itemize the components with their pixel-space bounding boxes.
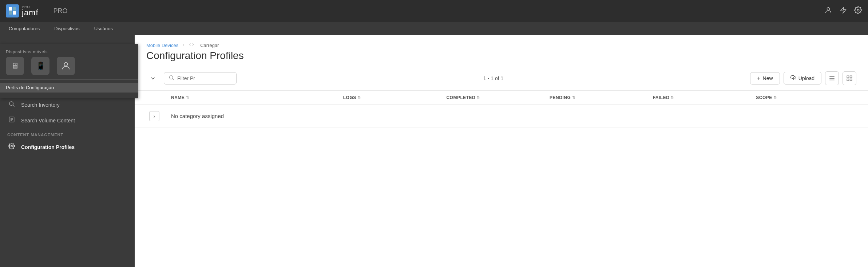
toolbar-right: + New Upload: [750, 71, 856, 85]
search-inventory-label: Search Inventory: [21, 102, 60, 108]
search-volume-label: Search Volume Content: [21, 118, 75, 123]
dropdown-users-icon[interactable]: [57, 57, 75, 75]
th-scope-label: SCOPE: [756, 95, 772, 100]
th-logs-label: LOGS: [343, 95, 356, 100]
th-pending-label: PENDING: [550, 95, 571, 100]
settings-icon[interactable]: [854, 6, 862, 16]
th-failed-sort-icon: ⇅: [671, 95, 674, 99]
logo-divider: [46, 5, 46, 16]
nav-usuarios[interactable]: Usuários: [91, 24, 116, 33]
sidebar-item-config-profiles[interactable]: Configuration Profiles: [0, 139, 135, 155]
svg-point-17: [11, 145, 13, 147]
page-title: Configuration Profiles: [146, 50, 856, 62]
row-expand-button[interactable]: ›: [149, 111, 159, 121]
svg-line-19: [173, 79, 174, 80]
new-plus-icon: +: [757, 75, 760, 82]
upload-icon: [790, 75, 796, 82]
search-inventory-icon: [7, 101, 16, 109]
th-completed: COMPLETED ⇅: [443, 91, 547, 105]
th-completed-sort-icon: ⇅: [477, 95, 480, 99]
th-scope-sort-icon: ⇅: [774, 95, 777, 99]
devices-box: 📱: [31, 57, 49, 75]
td-failed: [650, 105, 753, 127]
svg-point-4: [827, 7, 829, 10]
nav-wrapper: Computadores Dispositivos Usuários Dispo…: [0, 22, 868, 35]
secondary-nav: Computadores Dispositivos Usuários: [0, 22, 868, 35]
td-completed: [443, 105, 547, 127]
user-icon[interactable]: [824, 6, 832, 16]
grid-view-button[interactable]: [843, 71, 856, 85]
lightning-icon[interactable]: [840, 6, 847, 16]
th-logs-sort-icon: ⇅: [358, 95, 361, 99]
filter-input[interactable]: [177, 75, 221, 81]
dropdown-mobile-label: Dispositivos móveis: [0, 50, 138, 57]
svg-rect-24: [847, 76, 849, 78]
main-content: Mobile Devices Carregar Configuration Pr…: [135, 35, 868, 267]
sidebar-item-search-inventory[interactable]: Search Inventory: [0, 97, 135, 113]
td-pending: [547, 105, 650, 127]
search-box: [164, 72, 237, 85]
th-name: NAME ⇅: [168, 91, 340, 105]
nav-dispositivos[interactable]: Dispositivos: [51, 24, 82, 33]
expand-collapse-button[interactable]: [146, 72, 159, 85]
svg-point-5: [857, 9, 859, 11]
svg-rect-26: [847, 79, 849, 81]
svg-point-18: [170, 75, 173, 79]
svg-line-12: [13, 105, 14, 106]
table-row[interactable]: › No category assigned: [135, 105, 868, 127]
dropdown-config-profiles[interactable]: Perfis de Configuração: [0, 83, 138, 93]
new-label: New: [763, 75, 773, 81]
th-logs: LOGS ⇅: [340, 91, 444, 105]
th-name-sort-icon: ⇅: [186, 95, 189, 99]
logo-area: PRO jamf PRO: [6, 4, 68, 17]
logo-pro-large: PRO: [53, 7, 68, 15]
svg-point-11: [9, 102, 13, 106]
th-scope: SCOPE ⇅: [753, 91, 856, 105]
th-completed-label: COMPLETED: [446, 95, 475, 100]
upload-button[interactable]: Upload: [784, 72, 821, 85]
svg-rect-3: [13, 11, 16, 15]
svg-rect-1: [13, 7, 16, 11]
nav-computadores[interactable]: Computadores: [6, 24, 43, 33]
top-bar: PRO jamf PRO: [0, 0, 868, 22]
users-box: [57, 57, 75, 75]
config-profiles-icon: [7, 143, 16, 151]
table-header: NAME ⇅ LOGS ⇅ COMPLETED ⇅ PENDING ⇅ FAIL…: [135, 91, 868, 105]
main-header: Mobile Devices Carregar Configuration Pr…: [135, 35, 868, 66]
td-name: No category assigned: [168, 105, 340, 127]
dropdown-computers-icon[interactable]: 🖥: [6, 57, 24, 75]
svg-rect-27: [850, 79, 852, 81]
logo-jamf-name: jamf: [22, 9, 39, 17]
search-volume-icon: [7, 116, 16, 125]
th-pending: PENDING ⇅: [547, 91, 650, 105]
dropdown-icons-row: 🖥 📱: [0, 57, 138, 79]
jamf-logo-icon: [6, 4, 19, 17]
th-failed-label: FAILED: [653, 95, 670, 100]
th-name-label: NAME: [171, 95, 185, 100]
breadcrumb-separator: [181, 43, 186, 48]
svg-point-6: [64, 63, 67, 66]
sidebar-item-search-volume[interactable]: Search Volume Content: [0, 113, 135, 128]
devices-dropdown: Dispositivos móveis 🖥 📱 Perfis de Config…: [0, 44, 138, 98]
svg-rect-0: [9, 7, 12, 11]
table-area: NAME ⇅ LOGS ⇅ COMPLETED ⇅ PENDING ⇅ FAIL…: [135, 91, 868, 267]
breadcrumb-load: Carregar: [200, 43, 219, 48]
breadcrumb-current: [189, 42, 196, 48]
dropdown-devices-icon[interactable]: 📱: [31, 57, 49, 75]
td-expand: ›: [146, 105, 168, 127]
record-count: 1 - 1 of 1: [241, 75, 746, 81]
td-scope: [753, 105, 856, 127]
top-bar-right: [824, 6, 862, 16]
toolbar: 1 - 1 of 1 + New Upload: [135, 66, 868, 91]
breadcrumb-parent[interactable]: Mobile Devices: [146, 43, 178, 48]
logo-text: PRO jamf: [22, 5, 39, 17]
svg-rect-2: [9, 11, 12, 15]
th-failed: FAILED ⇅: [650, 91, 753, 105]
config-profiles-label: Configuration Profiles: [21, 144, 75, 150]
th-expand: [146, 91, 168, 105]
new-button[interactable]: + New: [750, 72, 780, 85]
row-name-label: No category assigned: [171, 113, 224, 119]
list-view-button[interactable]: [825, 71, 839, 85]
section-content-mgmt: CONTENT MANAGEMENT: [0, 128, 135, 139]
breadcrumb: Mobile Devices Carregar: [146, 42, 856, 48]
